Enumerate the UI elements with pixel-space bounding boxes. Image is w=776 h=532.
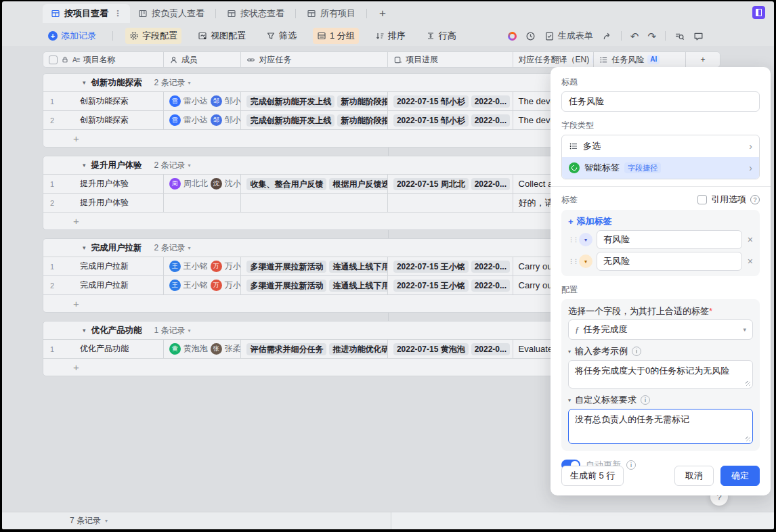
history-button[interactable] — [525, 31, 536, 41]
cell-members[interactable] — [164, 194, 242, 212]
comment-button[interactable] — [693, 31, 704, 41]
add-record-button[interactable]: + 添加记录 — [44, 28, 100, 44]
info-icon[interactable]: i — [632, 347, 641, 356]
field-title-input[interactable]: 任务风险 — [561, 91, 760, 112]
tab-more-icon[interactable]: ⋮ — [114, 9, 122, 18]
undo-button[interactable]: ↶ — [630, 31, 639, 41]
column-header-translation[interactable]: 对应任务翻译（EN) AI — [513, 52, 595, 67]
progress-chip[interactable]: 2022-0... — [471, 114, 510, 127]
cell-tasks[interactable]: 评估需求并细分任务推进功能优化研发修... — [241, 340, 388, 358]
task-chip[interactable]: 完成创新功能开发上线 — [246, 114, 335, 127]
collapse-caret-icon[interactable]: ▾ — [83, 244, 86, 251]
group-button[interactable]: 1 分组 — [313, 28, 359, 44]
column-header-project-name[interactable]: A≡ 项目名称 — [43, 52, 164, 67]
select-all-checkbox[interactable] — [49, 56, 58, 64]
row-height-button[interactable]: 行高 — [422, 28, 460, 44]
resize-grip[interactable] — [746, 381, 750, 386]
group-count[interactable]: 1 条记录 ▾ — [154, 325, 191, 336]
collapse-caret-icon[interactable]: ▾ — [83, 162, 86, 169]
generate-first-rows-button[interactable]: 生成前 5 行 — [561, 466, 624, 486]
progress-chip[interactable]: 2022-07-15 黄泡泡 — [393, 343, 469, 355]
cell-project-name[interactable]: 2创新功能探索 — [43, 111, 164, 129]
tab-view-by-project[interactable]: 按项目查看 ⋮ — [43, 4, 130, 23]
task-chip[interactable]: 新功能阶段推广运营 — [337, 114, 388, 127]
add-tag-button[interactable]: + 添加标签 — [568, 215, 753, 227]
cell-progress[interactable]: 2022-07-15 黄泡泡2022-0...+2 — [388, 340, 513, 358]
cell-tasks[interactable] — [241, 194, 388, 212]
tab-view-by-status[interactable]: 按状态查看 — [219, 4, 293, 23]
add-view-button[interactable]: + — [370, 7, 395, 20]
cell-project-name[interactable]: 1优化产品功能 — [43, 340, 164, 358]
task-chip[interactable]: 多渠道开展拉新活动 — [246, 280, 326, 292]
progress-chip[interactable]: 2022-07-15 周北北 — [393, 178, 469, 190]
progress-chip[interactable]: 2022-0... — [471, 178, 510, 190]
remove-tag-icon[interactable]: × — [748, 234, 753, 245]
search-button[interactable] — [674, 31, 685, 41]
task-chip[interactable]: 完成创新功能开发上线 — [246, 95, 335, 108]
progress-chip[interactable]: 2022-0... — [471, 95, 510, 108]
cell-tasks[interactable]: 完成创新功能开发上线新功能阶段推广运营 — [241, 111, 388, 129]
remove-tag-icon[interactable]: × — [748, 256, 753, 267]
column-header-tasks[interactable]: 对应任务 — [241, 52, 388, 67]
redo-button[interactable]: ↷ — [647, 31, 656, 41]
progress-chip[interactable]: 2022-0... — [471, 280, 510, 292]
cell-tasks[interactable]: 完成创新功能开发上线新功能阶段推广运营 — [241, 92, 388, 110]
cell-project-name[interactable]: 2完成用户拉新 — [43, 276, 164, 294]
column-header-progress[interactable]: 项目进展 — [388, 52, 513, 67]
tag-name-input[interactable]: 有风险 — [597, 230, 742, 249]
custom-textarea[interactable]: 没有总负责人的任务无需标记 — [568, 409, 753, 444]
example-section-toggle[interactable]: ▾ 输入参考示例 i — [568, 345, 753, 357]
help-circle-icon[interactable]: ? — [750, 195, 760, 204]
task-chip[interactable]: 评估需求并细分任务 — [246, 343, 326, 355]
cell-members[interactable]: 周周北北沈沈小茜 — [164, 175, 242, 193]
ai-assistant-icon[interactable] — [508, 32, 517, 41]
cell-project-name[interactable]: 1提升用户体验 — [43, 175, 164, 193]
filter-button[interactable]: 筛选 — [262, 28, 301, 44]
tab-view-by-owner[interactable]: 按负责人查看 — [130, 4, 213, 23]
cell-project-name[interactable]: 2提升用户体验 — [43, 194, 164, 212]
smart-tag-option[interactable]: 智能标签 字段捷径 › — [562, 157, 759, 179]
cancel-button[interactable]: 取消 — [674, 466, 714, 486]
reference-options[interactable]: 引用选项 ? — [697, 194, 760, 206]
cell-progress[interactable]: 2022-07-15 邹小杉2022-0...+2 — [388, 92, 513, 110]
group-count[interactable]: 2 条记录 ▾ — [154, 160, 191, 171]
cell-members[interactable]: 王王小铭万万小奇 — [164, 276, 242, 294]
confirm-button[interactable]: 确定 — [720, 466, 760, 486]
cell-progress[interactable] — [388, 194, 513, 212]
task-chip[interactable]: 收集、整合用户反馈 — [246, 178, 326, 190]
progress-chip[interactable]: 2022-07-15 邹小杉 — [393, 114, 469, 127]
progress-chip[interactable]: 2022-07-15 邹小杉 — [393, 95, 469, 108]
view-config-button[interactable]: 视图配置 — [194, 28, 250, 44]
collapse-caret-icon[interactable]: ▾ — [83, 79, 86, 86]
field-type-select[interactable]: 多选 › — [562, 135, 759, 157]
cell-project-name[interactable]: 1完成用户拉新 — [43, 257, 164, 275]
tab-all-projects[interactable]: 所有项目 — [299, 4, 364, 23]
drag-handle-icon[interactable]: ⋮⋮ — [568, 237, 575, 242]
sort-button[interactable]: 排序 — [371, 28, 410, 44]
share-button[interactable] — [602, 31, 612, 41]
cell-members[interactable]: 雷雷小达邹邹小杉 — [164, 92, 242, 110]
cell-tasks[interactable]: 收集、整合用户反馈根据用户反馈迭代功能 — [241, 175, 388, 193]
progress-chip[interactable]: 2022-07-15 王小铭 — [393, 280, 469, 292]
task-chip[interactable]: 多渠道开展拉新活动 — [246, 261, 326, 273]
tag-name-input[interactable]: 无风险 — [597, 252, 742, 271]
cell-progress[interactable]: 2022-07-15 王小铭2022-0...+2 — [388, 276, 513, 294]
add-field-button[interactable]: + — [686, 52, 720, 67]
cell-tasks[interactable]: 多渠道开展拉新活动连通线上线下用户...+2 — [241, 257, 388, 275]
task-chip[interactable]: 连通线上线下用户... — [329, 261, 388, 273]
column-header-risk[interactable]: 任务风险 AI — [594, 52, 686, 67]
group-count[interactable]: 2 条记录 ▾ — [154, 77, 191, 89]
column-header-members[interactable]: 成员 — [164, 52, 242, 67]
cell-progress[interactable]: 2022-07-15 邹小杉2022-0...+2 — [388, 111, 513, 129]
progress-chip[interactable]: 2022-07-15 王小铭 — [393, 261, 469, 273]
group-count[interactable]: 2 条记录 ▾ — [154, 242, 191, 254]
resize-grip[interactable] — [746, 437, 750, 441]
reference-options-checkbox[interactable] — [697, 195, 707, 204]
tag-color-caret[interactable]: ▾ — [579, 254, 592, 268]
cell-progress[interactable]: 2022-07-15 王小铭2022-0...+2 — [388, 257, 513, 275]
collapse-caret-icon[interactable]: ▾ — [83, 327, 86, 334]
cell-members[interactable]: 王王小铭万万小奇 — [164, 257, 242, 275]
task-chip[interactable]: 推进功能优化研发 — [329, 343, 388, 355]
task-chip[interactable]: 新功能阶段推广运营 — [337, 95, 388, 108]
info-icon[interactable]: i — [641, 395, 650, 405]
